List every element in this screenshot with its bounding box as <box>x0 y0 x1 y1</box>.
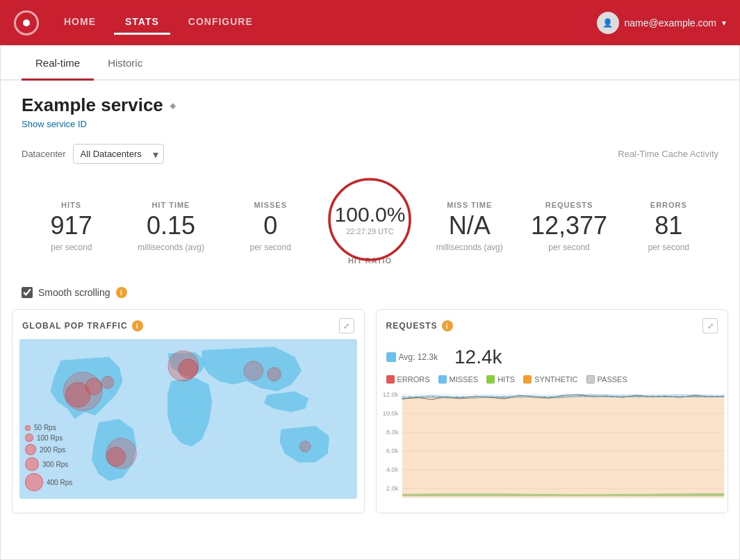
smooth-scrolling-info-icon[interactable]: i <box>116 287 127 298</box>
nav-logo <box>14 10 39 35</box>
svg-point-9 <box>106 447 126 467</box>
global-pop-header: GLOBAL POP TRAFFIC i ⤢ <box>13 310 364 339</box>
legend-300rps: 300 Rps <box>25 457 72 471</box>
requests-expand-button[interactable]: ⤢ <box>702 318 718 333</box>
requests-chart-svg: 12.0k 10.0k 8.0k 6.0k 4.0k 2.0k <box>377 386 728 504</box>
requests-stats: Avg: 12.3k 12.4k <box>377 339 728 372</box>
nav-user[interactable]: 👤 name@example.com ▾ <box>597 12 727 34</box>
svg-point-11 <box>268 368 281 381</box>
nav-home[interactable]: HOME <box>53 10 107 35</box>
svg-point-12 <box>299 441 311 452</box>
page-header: Example service ⬥ Show service ID <box>1 81 739 137</box>
requests-legend: ERRORS MISSES HITS SYNTHETIC PASSES <box>377 372 728 386</box>
svg-text:8.0k: 8.0k <box>386 429 398 436</box>
tab-realtime[interactable]: Real-time <box>22 46 94 81</box>
smooth-scrolling-checkbox[interactable] <box>22 287 33 298</box>
page-title: Example service ⬥ <box>22 94 718 116</box>
svg-point-7 <box>85 379 102 395</box>
edit-icon[interactable]: ⬥ <box>169 98 176 113</box>
global-pop-panel: GLOBAL POP TRAFFIC i ⤢ <box>12 309 365 513</box>
legend-100rps: 100 Rps <box>25 434 72 442</box>
global-pop-expand-button[interactable]: ⤢ <box>339 318 354 333</box>
legend-errors: ERRORS <box>386 375 430 384</box>
legend-passes: PASSES <box>586 375 627 384</box>
nav-stats[interactable]: STATS <box>114 10 170 35</box>
legend-hits: HITS <box>486 375 515 384</box>
stat-hit-ratio: 100.0% 22:27:29 UTC HIT RATIO <box>320 188 420 265</box>
world-map: 50 Rps 100 Rps 200 Rps 300 Rps <box>19 339 357 499</box>
show-service-link[interactable]: Show service ID <box>22 119 87 129</box>
stat-misses: MISSES 0 per second <box>221 201 320 252</box>
svg-text:4.0k: 4.0k <box>386 466 398 473</box>
svg-text:2.0k: 2.0k <box>386 485 398 492</box>
filter-label: Datacenter <box>22 149 66 159</box>
stat-hit-time: HIT TIME 0.15 milliseconds (avg) <box>121 201 220 252</box>
global-pop-title: GLOBAL POP TRAFFIC i <box>22 320 143 331</box>
global-pop-info-icon[interactable]: i <box>132 320 143 331</box>
user-chevron-icon: ▾ <box>722 18 726 28</box>
main-content: Real-time Historic Example service ⬥ Sho… <box>0 45 740 560</box>
requests-current-value: 12.4k <box>454 346 502 368</box>
datacenter-filter: Datacenter All Datacenters <box>22 144 164 164</box>
hit-ratio-circle: 100.0% 22:27:29 UTC <box>324 174 415 265</box>
smooth-scrolling-label: Smooth scrolling <box>38 287 110 298</box>
navbar: HOME STATS CONFIGURE 👤 name@example.com … <box>0 0 740 45</box>
map-legend: 50 Rps 100 Rps 200 Rps 300 Rps <box>25 424 72 493</box>
user-email: name@example.com <box>625 17 717 28</box>
svg-point-10 <box>244 361 263 381</box>
requests-panel: REQUESTS i ⤢ Avg: 12.3k 12.4k ERRORS <box>376 309 729 513</box>
svg-point-13 <box>101 377 114 389</box>
svg-text:6.0k: 6.0k <box>386 447 398 454</box>
legend-400rps: 400 Rps <box>25 473 72 491</box>
charts-area: GLOBAL POP TRAFFIC i ⤢ <box>1 309 739 525</box>
requests-header: REQUESTS i ⤢ <box>377 310 728 339</box>
smooth-scrolling-row: Smooth scrolling i <box>1 279 739 309</box>
nav-configure[interactable]: CONFIGURE <box>177 10 264 35</box>
legend-200rps: 200 Rps <box>25 444 72 455</box>
svg-text:10.0k: 10.0k <box>382 410 399 417</box>
datacenter-select[interactable]: All Datacenters <box>73 144 164 164</box>
avatar: 👤 <box>597 12 619 34</box>
legend-50rps: 50 Rps <box>25 424 72 431</box>
tab-bar: Real-time Historic <box>1 46 739 81</box>
legend-synthetic: SYNTHETIC <box>523 375 577 384</box>
datacenter-select-wrapper: All Datacenters <box>73 144 164 164</box>
svg-point-4 <box>179 359 198 379</box>
cache-activity-link[interactable]: Real-Time Cache Activity <box>618 149 718 159</box>
stat-hits: HITS 917 per second <box>22 201 121 252</box>
stat-miss-time: MISS TIME N/A milliseconds (avg) <box>420 201 519 252</box>
nav-items: HOME STATS CONFIGURE <box>53 10 597 35</box>
requests-chart-title: REQUESTS i <box>386 320 453 331</box>
filter-bar: Datacenter All Datacenters Real-Time Cac… <box>1 137 739 174</box>
stat-requests: REQUESTS 12,377 per second <box>519 201 618 252</box>
legend-misses: MISSES <box>438 375 479 384</box>
requests-info-icon[interactable]: i <box>442 320 453 331</box>
stat-errors: ERRORS 81 per second <box>619 201 718 252</box>
stats-grid: HITS 917 per second HIT TIME 0.15 millis… <box>1 174 739 279</box>
tab-historic[interactable]: Historic <box>94 46 156 81</box>
svg-text:12.0k: 12.0k <box>382 391 399 398</box>
